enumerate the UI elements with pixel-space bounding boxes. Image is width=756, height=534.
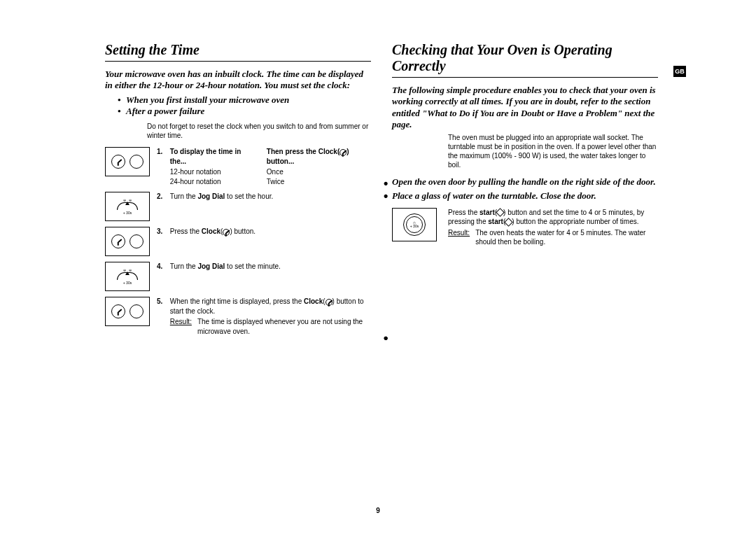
left-bullets: When you first install your microwave ov… bbox=[118, 94, 371, 118]
left-heading: Setting the Time bbox=[105, 42, 371, 62]
right-bullet: Open the oven door by pulling the handle… bbox=[392, 176, 658, 188]
right-column: GB Checking that Your Oven is Operating … bbox=[392, 42, 658, 342]
jog-dial-icon bbox=[117, 272, 138, 280]
step-4: ⊖ ⊖ + 30s 4. Turn the Jog Dial to set th… bbox=[105, 262, 371, 291]
clock-icon bbox=[340, 149, 346, 156]
clock-icon bbox=[111, 234, 125, 248]
dial-label: + 30s bbox=[123, 211, 132, 215]
step-number: 4. bbox=[157, 262, 168, 272]
clock-icon bbox=[111, 155, 125, 169]
dial-icon bbox=[130, 234, 144, 248]
clock-panel-icon bbox=[105, 297, 150, 326]
start-button-icon: ◇+ 30s bbox=[403, 213, 426, 236]
bullet-item: After a power failure bbox=[118, 106, 371, 118]
right-bullet: Place a glass of water on the turntable.… bbox=[392, 190, 658, 202]
right-note: The oven must be plugged into an appropr… bbox=[448, 133, 658, 169]
step-3: 3. Press the Clock() button. bbox=[105, 227, 371, 256]
table-cell: 24-hour notation bbox=[170, 177, 253, 187]
table-header: To display the time in the... bbox=[170, 147, 253, 166]
dial-icon bbox=[130, 304, 144, 318]
start-panel-icon: ◇+ 30s bbox=[392, 208, 437, 241]
step-number: 1. bbox=[157, 147, 168, 157]
bullet-dot-icon: • bbox=[384, 189, 388, 204]
right-heading: Checking that Your Oven is Operating Cor… bbox=[392, 42, 658, 78]
step-1: 1. To display the time in the... 12-hour… bbox=[105, 147, 371, 186]
table-cell: 12-hour notation bbox=[170, 167, 253, 177]
table-header: Then press the Clock() button... bbox=[267, 147, 370, 166]
clock-panel-icon bbox=[105, 147, 150, 176]
clock-icon bbox=[111, 304, 125, 318]
result-text: The time is displayed whenever you are n… bbox=[197, 317, 370, 336]
left-intro: Your microwave oven has an inbuilt clock… bbox=[105, 69, 371, 92]
step-5: 5. When the right time is displayed, pre… bbox=[105, 297, 371, 336]
step-2: ⊖ ⊖ + 30s 2. Turn the Jog Dial to set th… bbox=[105, 192, 371, 221]
step-number: 2. bbox=[157, 192, 168, 202]
clock-icon bbox=[326, 299, 332, 306]
page-number: 9 bbox=[376, 507, 380, 514]
dial-icon bbox=[130, 155, 144, 169]
left-column: Setting the Time Your microwave oven has… bbox=[105, 42, 371, 342]
step-number: 5. bbox=[157, 297, 168, 307]
dial-panel-icon: ⊖ ⊖ + 30s bbox=[105, 262, 150, 291]
language-badge: GB bbox=[673, 66, 686, 77]
right-intro: The following simple procedure enables y… bbox=[392, 85, 658, 130]
dial-label: + 30s bbox=[123, 281, 132, 285]
bullet-item: When you first install your microwave ov… bbox=[118, 94, 371, 106]
dial-panel-icon: ⊖ ⊖ + 30s bbox=[105, 192, 150, 221]
bullet-dot-icon: • bbox=[384, 331, 388, 346]
step-number: 3. bbox=[157, 227, 168, 237]
clock-icon bbox=[223, 229, 230, 236]
result-text: The oven heats the water for 4 or 5 minu… bbox=[475, 228, 658, 247]
jog-dial-icon bbox=[117, 202, 138, 210]
clock-panel-icon bbox=[105, 227, 150, 256]
result-label: Result: bbox=[170, 317, 192, 336]
table-cell: Twice bbox=[267, 177, 370, 187]
left-note: Do not forget to reset the clock when yo… bbox=[147, 122, 371, 140]
result-label: Result: bbox=[448, 228, 470, 247]
right-step: ◇+ 30s Press the start() button and set … bbox=[392, 208, 658, 247]
table-cell: Once bbox=[267, 167, 370, 177]
